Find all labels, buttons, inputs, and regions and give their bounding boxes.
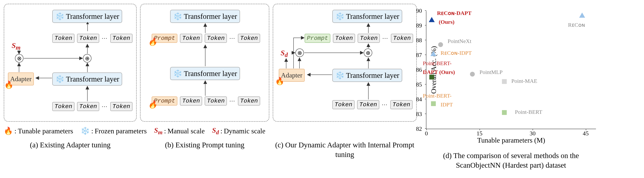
- chart-point-label: Point-MAE: [511, 78, 537, 84]
- token-row-top: Token Token ··· Token: [52, 34, 132, 43]
- transformer-label: Transformer layer: [66, 75, 119, 83]
- caption-b: (b) Existing Prompt tuning: [140, 140, 269, 159]
- chart-xlabel: Tunable parameters (M): [477, 136, 545, 144]
- fire-icon: 🔥: [275, 77, 284, 85]
- ellipsis: ···: [102, 104, 108, 110]
- caption-d: (d) The comparison of several methods on…: [420, 151, 602, 170]
- chart-point-label: DAPT (Ours): [423, 69, 455, 75]
- transformer-layer-top: ❄️ Transformer layer: [52, 10, 122, 23]
- snowflake-icon: ❄️: [335, 12, 344, 21]
- chart-point-label: PointMLP: [480, 69, 503, 75]
- transformer-label: Transformer layer: [346, 12, 399, 21]
- snowflake-icon: ❄️: [55, 75, 64, 83]
- ytick: 86: [416, 66, 422, 73]
- token-row-bottom: Token Token ··· Token: [332, 100, 412, 109]
- adapter-block: Adapter 🔥: [279, 69, 305, 82]
- chart-point-label: Point-BERT-: [423, 93, 452, 99]
- transformer-layer-bottom: ❄️ Transformer layer: [170, 67, 240, 80]
- ytick: 89: [416, 22, 422, 29]
- multiply-node: ⊗: [15, 54, 24, 62]
- panel-adapter-tuning: ❄️ Transformer layer Token Token ··· Tok…: [4, 4, 137, 122]
- legend-sd-desc: Dynamic scale: [224, 127, 266, 135]
- token: Token: [357, 100, 379, 109]
- scatter-chart: Overall Acc. (%) Tunable parameters (M) …: [426, 11, 596, 129]
- chart-point-label: RᴇCᴏɴ: [568, 21, 585, 28]
- adapter-block: Adapter 🔥: [8, 72, 34, 85]
- caption-a: (a) Existing Adapter tuning: [4, 140, 137, 159]
- ytick: 87: [416, 52, 422, 58]
- chart-point-label: PointNeXt: [448, 38, 471, 44]
- arrow-icon: [88, 24, 88, 31]
- token: Token: [391, 34, 413, 43]
- transformer-label: Transformer layer: [66, 12, 119, 21]
- legend-sm-desc: Manual scale: [168, 127, 205, 135]
- token: Token: [390, 100, 412, 109]
- transformer-label: Transformer layer: [346, 71, 399, 80]
- ytick: 90: [416, 7, 422, 14]
- chart-point: [429, 75, 434, 79]
- chart-point: [502, 79, 507, 84]
- token-row-bottom: Prompt 🔥 Token Token ··· Token: [152, 96, 260, 106]
- snowflake-icon: ❄️: [173, 12, 182, 21]
- ellipsis: ···: [230, 98, 235, 104]
- chart-point-label: RᴇCᴏɴ-DAPT: [437, 10, 472, 16]
- token: Token: [180, 96, 202, 106]
- chart-point: [502, 110, 507, 115]
- transformer-layer-bottom: ❄️ Transformer layer: [52, 72, 122, 86]
- chart-point: [579, 12, 585, 18]
- legend-tunable-label: Tunable parameters: [18, 127, 73, 135]
- xtick: 45: [583, 130, 589, 137]
- snowflake-icon: ❄️: [55, 12, 64, 21]
- token: Token: [238, 34, 260, 43]
- token: Token: [333, 34, 355, 43]
- panel-dynamic-adapter-prompt: ❄️ Transformer layer Prompt Token Token …: [273, 4, 417, 122]
- token: Token: [110, 34, 132, 43]
- fire-icon: 🔥: [148, 37, 157, 46]
- plus-node: ⊕: [83, 54, 92, 62]
- sd-symbol: Sd: [280, 48, 288, 58]
- chart-point: [430, 51, 436, 56]
- token: Token: [332, 100, 354, 109]
- xtick: 30: [530, 130, 536, 137]
- token: Token: [205, 34, 227, 43]
- fire-icon: 🔥: [4, 80, 14, 89]
- ytick: 83: [416, 111, 422, 118]
- token-row-top: Prompt Token Token ··· Token: [305, 34, 413, 43]
- xtick: 0: [425, 130, 428, 137]
- prompt-token-internal: Prompt: [305, 34, 330, 43]
- ytick: 82: [416, 125, 422, 132]
- chart-point: [470, 72, 475, 77]
- chart-point-label: IDPT: [440, 101, 453, 108]
- fire-icon: 🔥: [148, 100, 157, 109]
- token-row-top: Prompt 🔥 Token Token ··· Token: [152, 34, 260, 43]
- caption-c: (c) Our Dynamic Adapter with Internal Pr…: [273, 140, 417, 159]
- token: Token: [205, 96, 227, 106]
- legend-frozen-label: Frozen parameters: [94, 127, 147, 135]
- legend-frozen: ❄️: Frozen parameters: [80, 127, 147, 135]
- snowflake-icon: ❄️: [173, 69, 182, 78]
- legend-row: 🔥: Tunable parameters ❄️: Frozen paramet…: [4, 126, 417, 136]
- chart-point-label: RᴇCᴏɴ-IDPT: [440, 50, 472, 56]
- transformer-layer-top: ❄️ Transformer layer: [332, 10, 402, 23]
- transformer-layer-top: ❄️ Transformer layer: [170, 10, 240, 23]
- chart-point-label: Point-BERT: [515, 109, 542, 115]
- ellipsis: ···: [230, 35, 235, 41]
- token: Token: [77, 102, 99, 111]
- prompt-token: Prompt 🔥: [152, 96, 177, 106]
- ellipsis: ···: [102, 35, 108, 41]
- ellipsis: ···: [382, 35, 388, 41]
- token: Token: [238, 96, 260, 106]
- legend-tunable: 🔥: Tunable parameters: [4, 127, 73, 135]
- plus-node: ⊕: [364, 48, 372, 57]
- xtick: 15: [477, 130, 482, 137]
- token: Token: [110, 102, 132, 111]
- legend-sd: Sd: Dynamic scale: [212, 126, 265, 136]
- token: Token: [358, 34, 380, 43]
- token: Token: [52, 34, 74, 43]
- fire-icon: 🔥: [4, 127, 13, 135]
- chart-point-label: Point-BERT-: [423, 60, 452, 66]
- sm-symbol: Sm: [12, 41, 20, 51]
- prompt-token: Prompt 🔥: [152, 34, 177, 43]
- snowflake-icon: ❄️: [80, 127, 90, 135]
- transformer-layer-bottom: ❄️ Transformer layer: [332, 69, 402, 82]
